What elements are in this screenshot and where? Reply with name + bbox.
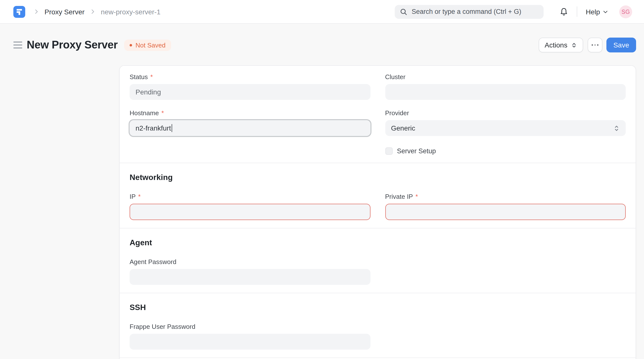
document-form-card: Status * Pending Cluster Hostname *	[119, 65, 636, 359]
top-navbar: Proxy Server new-proxy-server-1 Help	[0, 0, 644, 24]
status-label: Status	[130, 73, 148, 80]
notifications-bell-icon[interactable]	[560, 7, 568, 16]
agent-password-label: Agent Password	[130, 258, 176, 266]
breadcrumb-item-doctype[interactable]: Proxy Server	[44, 8, 84, 16]
hostname-label: Hostname	[130, 109, 159, 117]
required-marker: *	[138, 193, 141, 200]
field-provider: Provider Generic	[385, 109, 626, 136]
field-hostname: Hostname * n2-frankfurt	[130, 109, 370, 136]
frappe-logo-icon[interactable]	[13, 6, 25, 18]
private-ip-label: Private IP	[385, 193, 413, 200]
networking-heading: Networking	[130, 173, 626, 182]
ellipsis-icon	[592, 44, 598, 46]
not-saved-badge: Not Saved	[124, 39, 171, 51]
cluster-input[interactable]	[385, 84, 626, 100]
search-input[interactable]	[412, 8, 539, 15]
section-networking: Networking IP * Private IP *	[120, 163, 636, 228]
provider-selected-value: Generic	[391, 124, 415, 132]
field-server-setup: Server Setup	[385, 147, 626, 155]
breadcrumb-item-document[interactable]: new-proxy-server-1	[101, 8, 160, 16]
more-actions-button[interactable]	[588, 38, 602, 52]
provider-select[interactable]: Generic	[385, 120, 626, 136]
required-marker: *	[150, 73, 153, 80]
required-marker: *	[162, 109, 164, 117]
text-cursor	[172, 124, 172, 132]
field-ip: IP *	[130, 193, 370, 220]
hostname-value: n2-frankfurt	[136, 124, 171, 132]
breadcrumb: Proxy Server new-proxy-server-1	[33, 8, 160, 16]
frappe-user-password-label: Frappe User Password	[130, 323, 196, 330]
chevron-up-down-icon	[571, 42, 577, 48]
ip-input[interactable]	[130, 204, 370, 220]
ip-label: IP	[130, 193, 136, 200]
help-label: Help	[586, 8, 600, 16]
ssh-heading: SSH	[130, 303, 626, 312]
search-icon	[400, 8, 408, 16]
section-overview: Status * Pending Cluster Hostname *	[120, 66, 636, 163]
server-setup-label: Server Setup	[397, 147, 436, 155]
topbar-divider	[577, 6, 577, 17]
provider-label: Provider	[385, 109, 409, 117]
select-chevrons-icon	[613, 124, 620, 132]
field-agent-password: Agent Password	[130, 258, 370, 285]
cluster-label: Cluster	[385, 73, 405, 80]
sidebar-toggle-icon[interactable]	[13, 42, 22, 48]
actions-button-label: Actions	[544, 41, 567, 49]
private-ip-input[interactable]	[385, 204, 626, 220]
user-avatar[interactable]: SG	[619, 5, 632, 18]
field-status: Status * Pending	[130, 73, 370, 100]
page-title: New Proxy Server	[27, 38, 118, 52]
agent-heading: Agent	[130, 238, 626, 247]
chevron-right-icon	[33, 8, 40, 15]
server-setup-checkbox[interactable]	[385, 147, 392, 155]
help-menu[interactable]: Help	[586, 8, 608, 16]
frappe-user-password-input[interactable]	[130, 334, 370, 350]
chevron-down-icon	[602, 9, 608, 14]
save-button[interactable]: Save	[606, 38, 636, 52]
actions-button[interactable]: Actions	[539, 38, 583, 52]
page-header: New Proxy Server Not Saved Actions Save	[13, 38, 636, 52]
field-frappe-user-password: Frappe User Password	[130, 323, 370, 350]
section-agent: Agent Agent Password	[120, 228, 636, 293]
global-search[interactable]	[395, 5, 544, 18]
section-ssh: SSH Frappe User Password	[120, 293, 636, 358]
field-private-ip: Private IP *	[385, 193, 626, 220]
grid-empty-cell	[130, 146, 370, 155]
status-input[interactable]: Pending	[130, 84, 370, 100]
chevron-right-icon	[90, 8, 96, 15]
agent-password-input[interactable]	[130, 269, 370, 285]
hostname-input[interactable]: n2-frankfurt	[130, 120, 370, 136]
field-cluster: Cluster	[385, 73, 626, 100]
required-marker: *	[416, 193, 418, 200]
